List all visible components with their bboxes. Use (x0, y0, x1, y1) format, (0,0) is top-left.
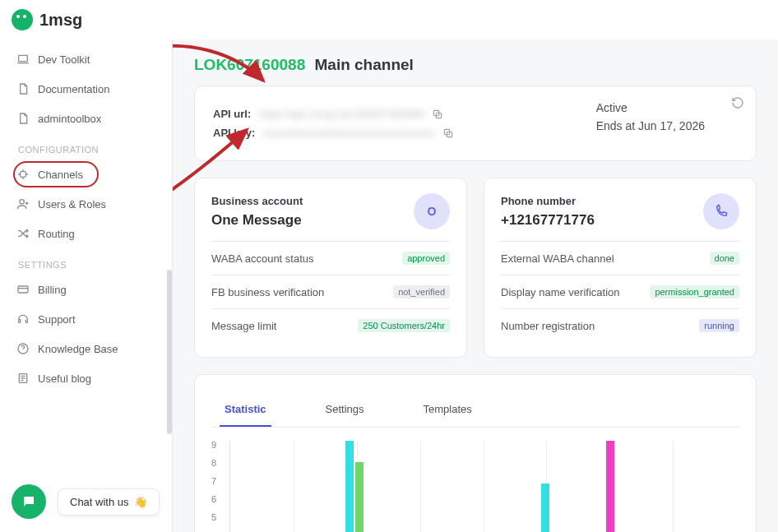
logo-text: 1msg (39, 11, 82, 30)
avatar-letter: O (428, 205, 437, 218)
channel-name: Main channel (315, 56, 414, 73)
tab-statistic[interactable]: Statistic (220, 393, 271, 427)
sidebar-item-knowledge-base[interactable]: Knowledge Base (5, 334, 167, 363)
row-label: External WABA channel (501, 252, 614, 265)
business-name: One Message (211, 212, 303, 229)
shuffle-icon (16, 227, 30, 240)
sidebar-section-configuration: CONFIGURATION (5, 133, 167, 160)
logo[interactable]: 1msg (12, 9, 82, 30)
status-tag: 250 Customers/24hr (358, 319, 450, 332)
svg-point-2 (20, 200, 24, 204)
sidebar-label: Billing (38, 284, 67, 296)
refresh-icon[interactable] (731, 96, 744, 109)
user-plus-icon (16, 197, 30, 210)
help-icon (16, 342, 30, 355)
row-label: Number registration (501, 320, 595, 332)
row-label: Message limit (211, 320, 276, 332)
bar-cyan (345, 441, 354, 532)
sidebar-item-routing[interactable]: Routing (5, 219, 167, 248)
card-icon (16, 283, 30, 296)
statistic-chart: 9 8 7 6 5 (211, 439, 739, 532)
phone-number-card: Phone number +12167771776 External WABA … (484, 178, 757, 358)
phone-icon (714, 204, 729, 219)
phone-number-value: +12167771776 (501, 212, 595, 229)
phone-avatar (703, 193, 739, 229)
sidebar-label: Useful blog (38, 372, 91, 385)
tab-settings[interactable]: Settings (321, 393, 369, 427)
sidebar-label: Dev Toolkit (38, 53, 90, 66)
status-tag: running (699, 319, 739, 332)
tab-templates[interactable]: Templates (419, 393, 477, 427)
y-axis: 9 8 7 6 5 (211, 439, 216, 523)
laptop-icon (16, 53, 30, 66)
business-heading: Business account (211, 195, 303, 207)
sidebar-label: Routing (38, 228, 75, 240)
sidebar-item-billing[interactable]: Billing (5, 275, 167, 304)
sidebar-label: Support (38, 313, 76, 326)
channel-status: Active (596, 101, 705, 114)
ytick: 7 (211, 475, 216, 487)
sidebar-item-useful-blog[interactable]: Useful blog (5, 363, 167, 393)
api-credentials-card: API url: https://api.1msg.io/LOK60716008… (194, 86, 757, 161)
row-label: WABA account status (211, 252, 314, 265)
row-label: FB business verification (211, 286, 324, 298)
sidebar-item-admintoolbox[interactable]: admintoolbox (5, 104, 167, 133)
status-tag: approved (402, 252, 450, 265)
sidebar: Dev Toolkit Documentation admintoolbox C… (0, 39, 173, 532)
statistic-card: Statistic Settings Templates 9 8 7 6 5 (194, 374, 757, 532)
sidebar-label: admintoolbox (38, 113, 101, 125)
ytick: 6 (211, 493, 216, 505)
status-tag: permission_granted (650, 285, 739, 298)
business-avatar: O (414, 193, 450, 229)
bar-magenta (606, 441, 614, 532)
logo-icon (12, 9, 33, 30)
bar-green (355, 462, 364, 532)
row-label: Display name verification (501, 286, 620, 298)
copy-icon[interactable] (432, 109, 443, 120)
api-url-label: API url: (213, 108, 251, 120)
channel-ends-at: Ends at Jun 17, 2026 (596, 119, 705, 132)
wave-emoji: 👋 (134, 496, 147, 508)
api-url-value: https://api.1msg.io/LOK607160088 (259, 108, 424, 120)
doc-icon (16, 82, 30, 95)
business-account-card: Business account One Message O WABA acco… (194, 178, 467, 358)
copy-icon[interactable] (442, 127, 454, 139)
doc-icon (16, 112, 30, 125)
chat-bubble-icon (21, 494, 36, 509)
api-key-value: xxxxxxxxxxxxxxxxxxxxxxxxxxxxxxxx (263, 127, 434, 139)
scrollbar-thumb[interactable] (167, 270, 172, 434)
ytick: 5 (211, 511, 216, 523)
sidebar-label: Channels (38, 169, 83, 181)
status-tag: done (710, 252, 739, 265)
sidebar-label: Knowledge Base (38, 343, 118, 355)
api-key-label: API key: (213, 127, 255, 139)
sidebar-label: Documentation (38, 83, 109, 95)
sidebar-item-channels[interactable]: Channels (5, 160, 167, 189)
headset-icon (16, 312, 30, 326)
chat-launcher-button[interactable] (12, 484, 46, 519)
sidebar-item-support[interactable]: Support (5, 304, 167, 334)
bar-cyan (541, 483, 549, 532)
tabs: Statistic Settings Templates (211, 393, 739, 428)
chart-plot-area (229, 441, 736, 532)
sidebar-item-documentation[interactable]: Documentation (5, 74, 167, 104)
ytick: 8 (211, 457, 216, 469)
channel-id: LOK607160088 (194, 56, 305, 73)
sidebar-section-settings: SETTINGS (5, 248, 167, 275)
topbar: 1msg (0, 0, 778, 39)
svg-rect-3 (18, 286, 28, 293)
ytick: 9 (211, 439, 216, 451)
svg-rect-1 (21, 172, 26, 178)
chip-icon (16, 168, 30, 181)
phone-heading: Phone number (501, 195, 595, 207)
chat-with-us-pill[interactable]: Chat with us 👋 (58, 488, 160, 516)
doc-icon (16, 372, 30, 385)
sidebar-item-dev-toolkit[interactable]: Dev Toolkit (5, 44, 167, 74)
sidebar-item-users-roles[interactable]: Users & Roles (5, 189, 167, 219)
chat-pill-label: Chat with us (70, 496, 129, 508)
sidebar-label: Users & Roles (38, 198, 106, 210)
status-tag: not_verified (393, 285, 450, 298)
content: LOK607160088 Main channel API url: https… (173, 39, 778, 532)
page-title: LOK607160088 Main channel (194, 56, 757, 74)
svg-rect-0 (19, 55, 28, 61)
